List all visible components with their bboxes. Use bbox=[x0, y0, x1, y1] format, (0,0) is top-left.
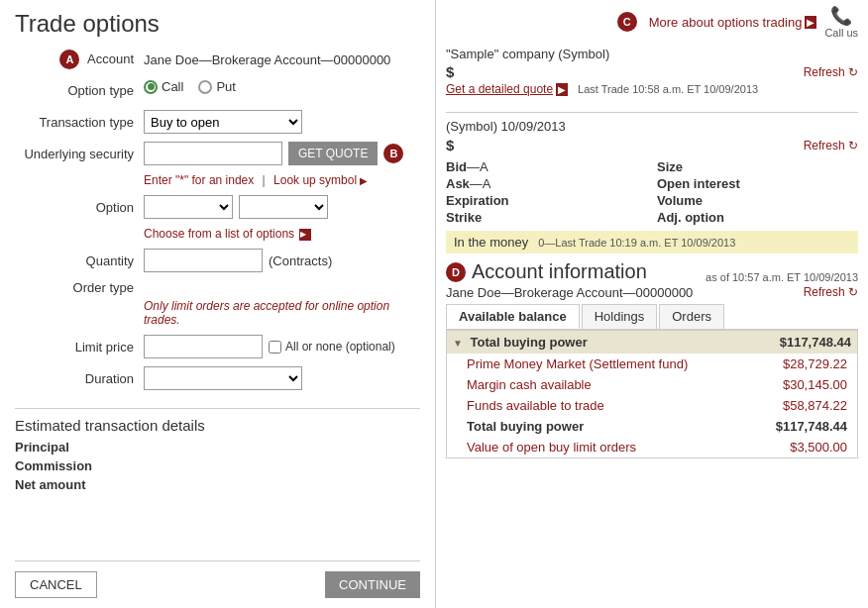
call-radio-circle[interactable] bbox=[144, 80, 158, 94]
row-value-2: $58,874.22 bbox=[747, 395, 857, 416]
volume-label: Volume bbox=[657, 193, 703, 208]
table-row: Value of open buy limit orders $3,500.00 bbox=[447, 437, 857, 457]
page-title: Trade options bbox=[15, 10, 420, 38]
all-or-none-checkbox[interactable] bbox=[269, 341, 281, 354]
tab-available-balance[interactable]: Available balance bbox=[446, 304, 580, 329]
estimated-title: Estimated transaction details bbox=[15, 417, 420, 434]
account-label: Account bbox=[87, 51, 134, 66]
account-name-right: Jane Doe—Brokerage Account—00000000 bbox=[446, 285, 693, 300]
put-radio[interactable]: Put bbox=[198, 79, 236, 94]
row-label-0: Prime Money Market (Settlement fund) bbox=[447, 354, 747, 374]
put-radio-circle[interactable] bbox=[198, 80, 212, 94]
quantity-label: Quantity bbox=[86, 253, 134, 268]
row-value-3: $117,748.44 bbox=[747, 416, 857, 437]
enter-hint-link[interactable]: Enter "*" for an index bbox=[144, 173, 254, 187]
refresh-link-1[interactable]: Refresh ↻ bbox=[804, 65, 858, 79]
badge-b: B bbox=[383, 144, 403, 163]
detail-quote-link[interactable]: Get a detailed quote ▶ bbox=[446, 82, 568, 96]
underlying-label: Underlying security bbox=[24, 147, 134, 161]
external-icon-right: ▶ bbox=[805, 16, 816, 29]
table-row: Prime Money Market (Settlement fund) $28… bbox=[447, 354, 857, 374]
total-buying-power-value: $117,748.44 bbox=[747, 331, 857, 354]
call-radio[interactable]: Call bbox=[144, 79, 183, 94]
badge-a: A bbox=[59, 50, 79, 69]
option-select-2[interactable] bbox=[239, 195, 328, 219]
balance-table-container: ▼ Total buying power $117,748.44 Prime M… bbox=[446, 330, 858, 458]
all-or-none-checkbox-label[interactable]: All or none (optional) bbox=[269, 340, 395, 354]
option-select-1[interactable] bbox=[144, 195, 233, 219]
ask-label: Ask bbox=[446, 176, 470, 191]
badge-d: D bbox=[446, 262, 466, 282]
bid-value: —A bbox=[467, 159, 488, 174]
refresh-icon-2: ↻ bbox=[848, 139, 858, 152]
account-value: Jane Doe—Brokerage Account—00000000 bbox=[144, 52, 390, 67]
commission-label: Commission bbox=[15, 458, 144, 473]
open-interest-label: Open interest bbox=[657, 176, 740, 191]
order-type-label: Order type bbox=[73, 280, 134, 295]
balance-header-row: ▼ Total buying power $117,748.44 bbox=[447, 331, 857, 354]
phone-icon: 📞 bbox=[830, 5, 852, 27]
row-label-4: Value of open buy limit orders bbox=[447, 437, 747, 457]
row-value-0: $28,729.22 bbox=[747, 354, 857, 374]
refresh-link-2[interactable]: Refresh ↻ bbox=[804, 139, 858, 152]
balance-table: ▼ Total buying power $117,748.44 Prime M… bbox=[447, 331, 857, 457]
row-label-1: Margin cash available bbox=[447, 374, 747, 395]
more-about-link[interactable]: More about options trading ▶ bbox=[649, 15, 817, 30]
put-label: Put bbox=[216, 79, 236, 94]
tab-orders[interactable]: Orders bbox=[659, 304, 724, 329]
size-label: Size bbox=[657, 159, 683, 174]
refresh-link-3[interactable]: Refresh ↻ bbox=[804, 285, 858, 300]
account-tabs: Available balance Holdings Orders bbox=[446, 304, 858, 330]
lookup-symbol-link[interactable]: Look up symbol ▶ bbox=[273, 173, 368, 187]
in-the-money-bar: In the money 0—Last Trade 10:19 a.m. ET … bbox=[446, 231, 858, 253]
table-row: Margin cash available $30,145.00 bbox=[447, 374, 857, 395]
row-value-4: $3,500.00 bbox=[747, 437, 857, 457]
principal-label: Principal bbox=[15, 440, 144, 455]
limit-label: Limit price bbox=[75, 340, 134, 355]
ask-value: —A bbox=[470, 176, 491, 191]
badge-c: C bbox=[617, 12, 637, 32]
bid-label: Bid bbox=[446, 159, 467, 174]
external-icon: ▶ bbox=[299, 229, 311, 241]
total-buying-power-header: ▼ Total buying power bbox=[447, 331, 747, 354]
row-label-3: Total buying power bbox=[447, 416, 747, 437]
refresh-icon-1: ↻ bbox=[848, 65, 858, 79]
contracts-label: (Contracts) bbox=[269, 253, 332, 268]
cancel-button[interactable]: CANCEL bbox=[15, 571, 97, 598]
last-trade-note: 0—Last Trade 10:19 a.m. ET 10/09/2013 bbox=[538, 237, 735, 249]
order-note: Only limit orders are accepted for onlin… bbox=[144, 299, 420, 327]
row-value-1: $30,145.00 bbox=[747, 374, 857, 395]
as-of-text: as of 10:57 a.m. ET 10/09/2013 bbox=[705, 271, 858, 283]
call-label: Call bbox=[162, 79, 183, 94]
adj-option-label: Adj. option bbox=[657, 210, 724, 225]
quote-grid: Bid—A Size Ask—A Open interest Expiratio… bbox=[446, 159, 858, 225]
underlying-input[interactable] bbox=[144, 142, 282, 165]
tab-holdings[interactable]: Holdings bbox=[582, 304, 658, 329]
table-row: Funds available to trade $58,874.22 bbox=[447, 395, 857, 416]
table-row: Total buying power $117,748.44 bbox=[447, 416, 857, 437]
price-dollar-2: $ bbox=[446, 137, 454, 153]
company-name: "Sample" company (Symbol) bbox=[446, 47, 858, 61]
quantity-input[interactable] bbox=[144, 249, 263, 272]
account-info-title: Account information bbox=[472, 260, 647, 283]
symbol-date: (Symbol) 10/09/2013 bbox=[446, 119, 858, 134]
call-us: 📞 Call us bbox=[824, 5, 858, 39]
transaction-label: Transaction type bbox=[39, 115, 134, 130]
right-header: C More about options trading ▶ 📞 Call us bbox=[446, 5, 858, 39]
refresh-icon-3: ↻ bbox=[848, 285, 858, 299]
triangle-icon: ▼ bbox=[453, 338, 463, 349]
duration-label: Duration bbox=[85, 371, 134, 386]
expiration-label: Expiration bbox=[446, 193, 509, 208]
option-type-label: Option type bbox=[68, 83, 135, 98]
last-trade-header: Last Trade 10:58 a.m. ET 10/09/2013 bbox=[578, 83, 758, 95]
strike-label: Strike bbox=[446, 210, 482, 225]
price-dollar: $ bbox=[446, 63, 454, 80]
get-quote-button[interactable]: GET QUOTE bbox=[288, 142, 378, 165]
limit-price-input[interactable] bbox=[144, 335, 263, 358]
continue-button[interactable]: CONTINUE bbox=[325, 571, 420, 598]
duration-select[interactable] bbox=[144, 366, 302, 390]
row-label-2: Funds available to trade bbox=[447, 395, 747, 416]
transaction-select[interactable]: Buy to open Sell to close Buy to close S… bbox=[144, 110, 302, 134]
choose-options-link[interactable]: Choose from a list of options ▶ bbox=[144, 227, 420, 241]
helper-links: Enter "*" for an index | Look up symbol … bbox=[144, 173, 420, 187]
